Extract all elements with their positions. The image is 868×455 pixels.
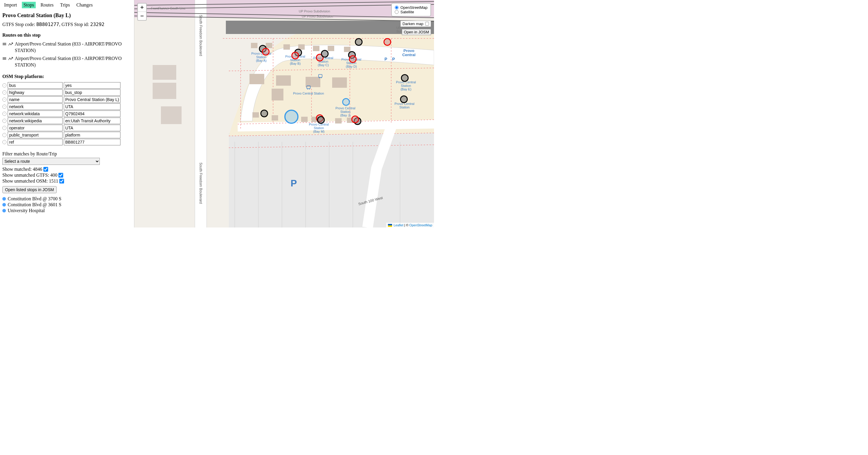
tag-value-input[interactable] xyxy=(64,96,120,103)
filter-heading: Filter matches by Route/Trip xyxy=(2,151,132,157)
stop-title: Provo Central Station (Bay L) xyxy=(2,12,132,19)
layer-osm[interactable]: OpenStreetMap xyxy=(395,5,428,10)
map-marker-black[interactable] xyxy=(355,38,363,46)
map-marker-red[interactable] xyxy=(262,48,270,56)
map-attribution: Leaflet | © OpenStreetMap xyxy=(386,223,434,227)
tag-value-input[interactable] xyxy=(64,132,120,138)
map-marker-black[interactable] xyxy=(401,74,409,82)
rail-label-up2: UP Provo Subdivision xyxy=(302,15,333,18)
tab-changes[interactable]: Changes xyxy=(75,2,94,8)
tag-value-input[interactable] xyxy=(64,82,120,89)
tag-key-input[interactable] xyxy=(8,89,63,96)
route-select[interactable]: Select a route xyxy=(2,158,100,165)
remove-tag-button[interactable]: − xyxy=(2,97,6,102)
svg-rect-5 xyxy=(153,83,176,99)
svg-rect-8 xyxy=(251,43,257,48)
svg-rect-16 xyxy=(272,115,278,120)
remove-tag-button[interactable]: − xyxy=(2,112,6,116)
tag-value-input[interactable] xyxy=(64,118,120,124)
tag-value-input[interactable] xyxy=(64,139,120,145)
parking-icon: P xyxy=(384,57,387,61)
list-item[interactable]: University Hospital xyxy=(2,208,132,213)
remove-tag-button[interactable]: − xyxy=(2,140,6,144)
svg-rect-26 xyxy=(307,86,310,89)
tag-value-input[interactable] xyxy=(64,125,120,131)
open-josm-button[interactable]: Open listed stops in JOSM xyxy=(2,186,57,193)
tag-value-input[interactable] xyxy=(64,104,120,110)
road-label-freedom-top: South Freedom Boulevard xyxy=(199,15,203,56)
layer-satellite[interactable]: Satellite xyxy=(395,10,428,14)
rail-label-frontrunner: FrontRunner South Line xyxy=(151,6,185,10)
unmatched-gtfs-checkbox[interactable] xyxy=(58,173,63,177)
darken-checkbox[interactable] xyxy=(425,22,429,26)
zoom-in-button[interactable]: + xyxy=(138,4,146,12)
tab-routes[interactable]: Routes xyxy=(39,2,55,8)
tab-import[interactable]: Import xyxy=(2,2,19,8)
road-label-freedom-bot: South Freedom Boulevard xyxy=(199,163,203,204)
layer-osm-label: OpenStreetMap xyxy=(400,5,428,10)
open-in-josm-button[interactable]: Open in JOSM xyxy=(402,29,431,35)
map-marker-blue[interactable] xyxy=(342,98,350,106)
svg-rect-4 xyxy=(153,65,176,80)
tag-key-input[interactable] xyxy=(8,111,63,117)
remove-tag-button[interactable]: − xyxy=(2,133,6,137)
tag-value-input[interactable] xyxy=(64,111,120,117)
darken-label: Darken map xyxy=(402,22,423,26)
zoom-out-button[interactable]: − xyxy=(138,12,146,20)
tag-key-input[interactable] xyxy=(8,96,63,103)
matched-count: 4846 xyxy=(33,167,42,172)
svg-point-28 xyxy=(309,89,310,89)
stop-item-label: Constitution Blvd @ 3700 S xyxy=(8,196,61,201)
ukraine-flag-icon xyxy=(388,224,392,227)
svg-rect-17 xyxy=(301,117,308,122)
map-marker-black[interactable] xyxy=(321,50,329,58)
route-item[interactable]: Airport/Provo Central Station (833 - AIR… xyxy=(2,55,132,68)
bus-icon xyxy=(318,74,323,79)
svg-rect-29 xyxy=(318,75,322,78)
svg-rect-22 xyxy=(276,75,291,86)
tag-key-input[interactable] xyxy=(8,82,63,89)
map-marker-red[interactable] xyxy=(291,52,299,59)
tag-key-input[interactable] xyxy=(8,104,63,110)
tag-key-input[interactable] xyxy=(8,139,63,145)
parking-icon: P xyxy=(392,57,395,61)
osm-link[interactable]: OpenStreetMap xyxy=(409,223,432,227)
stop-dot-icon xyxy=(2,197,6,201)
bus-icon xyxy=(306,85,311,90)
tag-key-input[interactable] xyxy=(8,118,63,124)
map-marker-black[interactable] xyxy=(317,116,325,124)
svg-rect-15 xyxy=(252,112,259,118)
layer-sat-radio[interactable] xyxy=(395,10,399,14)
leaflet-link[interactable]: Leaflet xyxy=(394,223,403,227)
remove-tag-button[interactable]: − xyxy=(2,119,6,123)
tab-trips[interactable]: Trips xyxy=(58,2,72,8)
tag-row: − xyxy=(2,139,132,145)
unmatched-osm-checkbox[interactable] xyxy=(59,179,64,183)
tag-key-input[interactable] xyxy=(8,125,63,131)
gtfs-id-label: GTFS Stop id: xyxy=(61,22,89,27)
layer-osm-radio[interactable] xyxy=(395,6,399,9)
map-marker-red[interactable] xyxy=(349,55,356,63)
map[interactable]: FrontRunner South Line UP Provo Subdivis… xyxy=(134,0,434,227)
map-marker-black[interactable] xyxy=(400,95,408,103)
tag-value-input[interactable] xyxy=(64,89,120,96)
stop-item-label: Constitution Blvd @ 3601 S xyxy=(8,202,61,207)
route-item[interactable]: Airport/Provo Central Station (833 - AIR… xyxy=(2,41,132,54)
list-item[interactable]: Constitution Blvd @ 3601 S xyxy=(2,202,132,207)
remove-tag-button[interactable]: − xyxy=(2,126,6,130)
tag-key-input[interactable] xyxy=(8,132,63,138)
tag-row: − xyxy=(2,82,132,89)
rail-label-up1: UP Provo Subdivision xyxy=(299,9,330,13)
remove-tag-button[interactable]: − xyxy=(2,90,6,94)
list-item[interactable]: Constitution Blvd @ 3700 S xyxy=(2,196,132,201)
remove-tag-button[interactable]: − xyxy=(2,83,6,87)
gtfs-info: GTFS Stop code: BB801277, GTFS Stop id: … xyxy=(2,22,132,27)
map-marker-selected[interactable] xyxy=(284,110,299,124)
remove-tag-button[interactable]: − xyxy=(2,105,6,109)
map-marker-red[interactable] xyxy=(383,38,391,46)
matched-checkbox[interactable] xyxy=(43,167,48,172)
map-marker-red[interactable] xyxy=(351,116,359,123)
map-marker-black[interactable] xyxy=(260,110,268,117)
tag-row: − xyxy=(2,104,132,110)
tab-stops[interactable]: Stops xyxy=(22,2,36,8)
